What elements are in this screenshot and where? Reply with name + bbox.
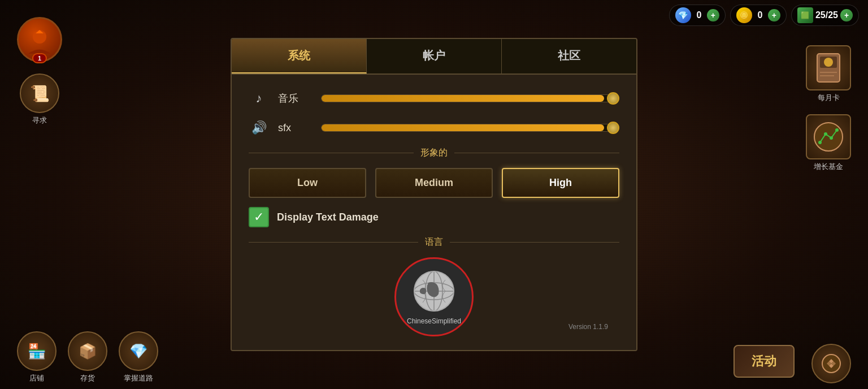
growth-fund-label: 增长基金 (814, 162, 843, 172)
add-crystal-button[interactable]: + (707, 9, 719, 21)
sfx-icon: 🔊 (249, 118, 269, 138)
music-label: 音乐 (278, 92, 312, 105)
language-label: 语言 (425, 236, 443, 248)
quality-low-button[interactable]: Low (249, 168, 366, 198)
quality-high-button[interactable]: High (502, 168, 619, 198)
nav-item-shop[interactable]: 🏪 店铺 (17, 331, 57, 383)
monthly-card-label: 每月卡 (818, 93, 840, 103)
crystal-count: 0 (693, 10, 705, 20)
avatar-icon (25, 25, 54, 54)
svg-point-7 (818, 141, 822, 144)
player-avatar[interactable]: 1 (17, 17, 62, 62)
tab-community[interactable]: 社区 (502, 39, 636, 74)
svg-point-8 (824, 132, 827, 136)
display-text-damage-row: ✓ Display Text Damage (249, 207, 619, 227)
divider-right (454, 153, 619, 153)
music-icon: ♪ (249, 88, 269, 109)
tab-account[interactable]: 帐户 (367, 39, 502, 74)
crystal-icon: 💎 (675, 7, 691, 23)
sfx-slider[interactable] (321, 124, 619, 132)
display-text-damage-label: Display Text Damage (277, 211, 379, 223)
sidebar-item-monthly-card[interactable]: 每月卡 (806, 45, 851, 103)
coin-currency: 🪙 0 + (730, 5, 787, 26)
svg-point-9 (830, 136, 833, 140)
settings-icon (820, 352, 843, 375)
nav-item-mastery[interactable]: 💎 掌握道路 (119, 331, 158, 383)
dialog-tabs: 系统 帐户 社区 (232, 39, 636, 75)
quality-buttons: Low Medium High (249, 168, 619, 198)
mastery-label: 掌握道路 (124, 373, 153, 383)
bottom-nav: 🏪 店铺 📦 存货 💎 掌握道路 (17, 331, 158, 383)
crystal-currency: 💎 0 + (669, 5, 726, 26)
divider-left (249, 153, 414, 153)
add-coin-button[interactable]: + (768, 9, 780, 21)
svg-point-3 (824, 58, 833, 67)
add-health-button[interactable]: + (840, 9, 853, 21)
sfx-label: sfx (278, 122, 312, 134)
language-section: 语言 (249, 236, 619, 336)
inventory-icon: 📦 (68, 331, 107, 371)
activity-button[interactable]: 活动 (734, 345, 795, 378)
globe-icon (411, 269, 457, 314)
music-fill (322, 95, 604, 102)
nav-item-inventory[interactable]: 📦 存货 (68, 331, 107, 383)
fund-icon (811, 120, 845, 154)
shop-label: 店铺 (29, 373, 44, 383)
display-text-damage-checkbox[interactable]: ✓ (249, 207, 269, 227)
left-sidebar: 1 📜 寻求 (17, 17, 62, 126)
coin-count: 0 (754, 10, 766, 20)
coin-icon: 🪙 (736, 7, 752, 23)
music-row: ♪ 音乐 (249, 88, 619, 109)
health-icon: 🟩 (797, 7, 813, 23)
sidebar-item-growth-fund[interactable]: 增长基金 (806, 114, 851, 172)
avatar-level: 1 (32, 53, 47, 63)
dialog-content: ♪ 音乐 🔊 sfx 形象的 Low Medium High (232, 75, 636, 350)
inventory-label: 存货 (80, 373, 95, 383)
sfx-thumb (607, 122, 619, 134)
language-divider: 语言 (249, 236, 619, 248)
music-slider[interactable] (321, 94, 619, 102)
health-count: 25/25 (815, 10, 838, 20)
quests-icon: 📜 (20, 74, 59, 113)
version-text: Version 1.1.9 (568, 323, 608, 331)
svg-point-10 (835, 128, 839, 132)
tab-system[interactable]: 系统 (232, 39, 367, 74)
bottom-right-icon[interactable] (811, 344, 851, 383)
lang-divider-left (249, 242, 418, 243)
sfx-row: 🔊 sfx (249, 118, 619, 138)
settings-dialog: 系统 帐户 社区 ♪ 音乐 🔊 sfx 形象的 (231, 38, 637, 351)
quality-medium-button[interactable]: Medium (375, 168, 493, 198)
monthly-card-icon (806, 45, 851, 90)
right-sidebar: 每月卡 增长基金 (806, 45, 851, 172)
appearance-divider: 形象的 (249, 147, 619, 159)
language-name: ChineseSimplified (407, 317, 461, 325)
quests-label: 寻求 (32, 115, 47, 126)
lang-divider-right (450, 242, 619, 243)
appearance-label: 形象的 (420, 147, 448, 159)
language-selector[interactable]: ChineseSimplified (394, 257, 474, 336)
music-thumb (607, 92, 619, 105)
health-bar: 🟩 25/25 + (791, 5, 859, 26)
shop-icon: 🏪 (17, 331, 57, 371)
svg-point-6 (814, 123, 843, 151)
sfx-fill (322, 124, 604, 131)
mastery-icon: 💎 (119, 331, 158, 371)
top-bar: 💎 0 + 🪙 0 + 🟩 25/25 + (660, 0, 868, 31)
sidebar-item-quests[interactable]: 📜 寻求 (17, 74, 62, 126)
growth-fund-icon (806, 114, 851, 159)
card-icon (814, 51, 843, 85)
